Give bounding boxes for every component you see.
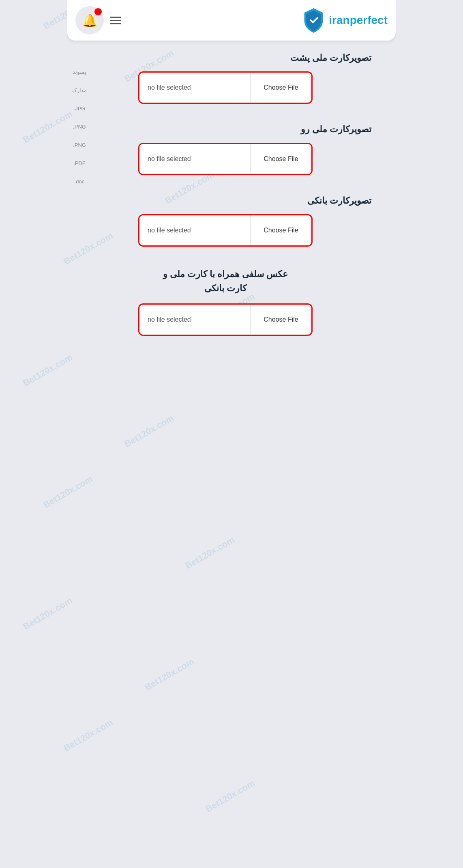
main-content: تصویرکارت ملی پشت no file selected Choos… (67, 49, 396, 360)
logo-shield-icon (302, 7, 325, 34)
file-input-selfie[interactable]: no file selected Choose File (138, 303, 313, 336)
no-file-label-selfie: no file selected (139, 305, 250, 335)
upload-section-selfie: عکس سلفی همراه با کارت ملی وکارت بانکی n… (79, 267, 371, 336)
choose-file-button-front[interactable]: Choose File (251, 144, 311, 174)
upload-section-bank: تصویرکارت بانکی no file selected Choose … (79, 196, 371, 247)
upload-section-front: تصویرکارت ملی رو no file selected Choose… (79, 124, 371, 175)
section-back-title: تصویرکارت ملی پشت (79, 53, 371, 63)
bell-icon: 🔔 (82, 13, 97, 28)
choose-file-button-bank[interactable]: Choose File (251, 215, 311, 245)
file-input-bank[interactable]: no file selected Choose File (138, 214, 313, 247)
section-front-title: تصویرکارت ملی رو (79, 124, 371, 135)
upload-section-back: تصویرکارت ملی پشت no file selected Choos… (79, 53, 371, 104)
logo: iranperfect (302, 7, 388, 34)
logo-text: iranperfect (329, 14, 388, 27)
hamburger-menu-button[interactable] (110, 17, 121, 24)
file-input-back[interactable]: no file selected Choose File (138, 71, 313, 104)
avatar: 🔔 (75, 6, 104, 34)
no-file-label-back: no file selected (139, 73, 250, 103)
header-left: 🔔 (75, 6, 121, 34)
no-file-label-front: no file selected (139, 144, 250, 174)
section-selfie-title: عکس سلفی همراه با کارت ملی وکارت بانکی (79, 267, 371, 295)
section-bank-title: تصویرکارت بانکی (79, 196, 371, 206)
header: 🔔 iranperfect (67, 0, 396, 41)
choose-file-button-back[interactable]: Choose File (251, 73, 311, 103)
choose-file-button-selfie[interactable]: Choose File (251, 305, 311, 335)
file-input-front[interactable]: no file selected Choose File (138, 143, 313, 175)
no-file-label-bank: no file selected (139, 215, 250, 245)
notification-badge (94, 8, 102, 15)
